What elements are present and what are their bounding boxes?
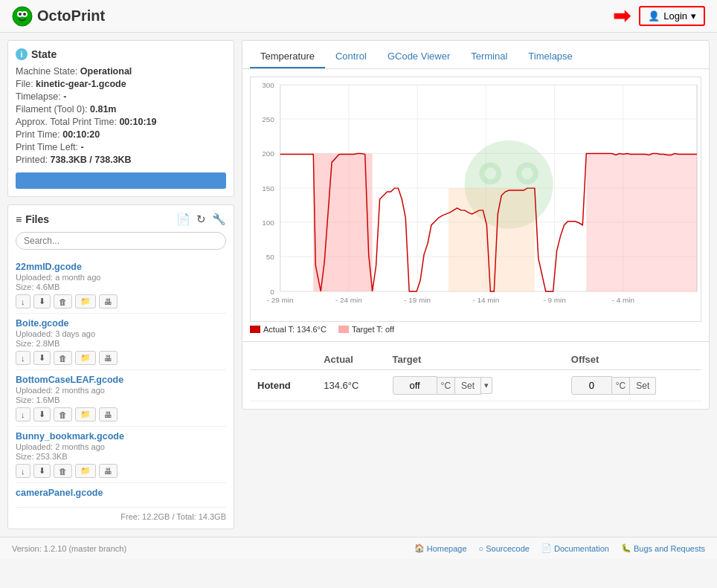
file-actions: ↓ ⬇ 🗑 📁 🖶 <box>16 464 226 478</box>
file-load-button[interactable]: ↓ <box>16 351 30 365</box>
svg-marker-39 <box>448 188 535 291</box>
svg-text:- 19 min: - 19 min <box>404 296 431 304</box>
col-header-name <box>250 349 316 370</box>
settings-files-button[interactable]: 🔧 <box>212 213 226 226</box>
file-folder-button[interactable]: 📁 <box>75 351 96 365</box>
col-header-target: Target <box>385 349 544 370</box>
svg-point-3 <box>19 13 22 16</box>
printed-label: Printed: <box>16 155 51 165</box>
file-folder-button[interactable]: 📁 <box>75 407 96 421</box>
temperature-table: Actual Target Offset Hotend 134.6°C °C <box>250 349 701 401</box>
file-delete-button[interactable]: 🗑 <box>54 294 72 308</box>
search-input[interactable] <box>16 232 226 250</box>
svg-text:- 4 min: - 4 min <box>612 296 634 304</box>
tab-terminal[interactable]: Terminal <box>460 45 518 68</box>
svg-marker-40 <box>586 154 697 291</box>
timelapse-row: Timelapse: - <box>16 91 226 102</box>
print-time-left-row: Print Time Left: - <box>16 142 226 152</box>
refresh-files-button[interactable]: ↻ <box>196 213 206 226</box>
file-folder-button[interactable]: 📁 <box>75 294 96 308</box>
list-item: 22mmID.gcode Uploaded: a month ago Size:… <box>16 257 226 314</box>
file-print-button[interactable]: 🖶 <box>99 351 118 365</box>
files-title: ≡ Files <box>16 213 49 225</box>
homepage-label: Homepage <box>427 544 467 553</box>
chart-area: 300 250 200 150 100 50 0 - 29 min - 24 m… <box>242 69 709 341</box>
legend-actual-label: Actual T: 134.6°C <box>263 325 327 334</box>
logo: OctoPrint <box>12 6 105 27</box>
file-uploaded: Uploaded: 3 days ago <box>16 329 226 338</box>
file-name[interactable]: Boite.gcode <box>16 318 226 329</box>
file-download-button[interactable]: ⬇ <box>33 351 51 365</box>
filament-row: Filament (Tool 0): 0.81m <box>16 104 226 114</box>
list-item: Bunny_bookmark.gcode Uploaded: 2 months … <box>16 427 226 483</box>
file-print-button[interactable]: 🖶 <box>99 464 118 478</box>
target-dropdown-button[interactable]: ▾ <box>481 377 492 394</box>
legend-target-label: Target T: off <box>352 325 394 334</box>
legend-target: Target T: off <box>338 325 394 334</box>
documentation-icon: 📄 <box>541 543 552 553</box>
file-name[interactable]: Bunny_bookmark.gcode <box>16 431 226 442</box>
col-header-empty <box>543 349 564 370</box>
file-load-button[interactable]: ↓ <box>16 294 30 308</box>
chart-legend: Actual T: 134.6°C Target T: off <box>250 325 701 334</box>
print-time-row: Print Time: 00:10:20 <box>16 129 226 140</box>
file-actions: ↓ ⬇ 🗑 📁 🖶 <box>16 351 226 365</box>
login-button[interactable]: 👤 Login ▾ <box>639 6 705 26</box>
documentation-link[interactable]: 📄 Documentation <box>541 543 609 553</box>
state-title: i State <box>16 48 226 60</box>
bugs-link[interactable]: 🐛 Bugs and Requests <box>621 543 705 553</box>
filament-label: Filament (Tool 0): <box>16 104 90 114</box>
footer-links: 🏠 Homepage ○ Sourcecode 📄 Documentation … <box>414 543 705 553</box>
sourcecode-link[interactable]: ○ Sourcecode <box>479 543 530 553</box>
bugs-icon: 🐛 <box>621 543 631 553</box>
col-header-actual: Actual <box>316 349 385 370</box>
file-folder-button[interactable]: 📁 <box>75 464 96 478</box>
file-print-button[interactable]: 🖶 <box>99 294 118 308</box>
file-load-button[interactable]: ↓ <box>16 464 30 478</box>
file-download-button[interactable]: ⬇ <box>33 407 51 421</box>
new-file-button[interactable]: 📄 <box>176 213 190 226</box>
chart-svg: 300 250 200 150 100 50 0 - 29 min - 24 m… <box>251 77 701 321</box>
svg-text:100: 100 <box>262 219 274 227</box>
arrow-icon: ➡ <box>613 4 630 28</box>
tab-control[interactable]: Control <box>325 45 377 68</box>
file-actions: ↓ ⬇ 🗑 📁 🖶 <box>16 407 226 421</box>
header-right: ➡ 👤 Login ▾ <box>613 4 705 28</box>
file-delete-button[interactable]: 🗑 <box>54 464 72 478</box>
hotend-label: Hotend <box>250 370 316 401</box>
file-name[interactable]: cameraPanel.gcode <box>16 488 226 498</box>
filament-value: 0.81m <box>90 104 116 114</box>
file-name[interactable]: 22mmID.gcode <box>16 262 226 272</box>
approx-time-row: Approx. Total Print Time: 00:10:19 <box>16 117 226 127</box>
offset-set-button[interactable]: Set <box>630 377 656 395</box>
table-header-row: Actual Target Offset <box>250 349 701 370</box>
file-print-button[interactable]: 🖶 <box>99 407 118 421</box>
file-download-button[interactable]: ⬇ <box>33 464 51 478</box>
user-icon: 👤 <box>648 10 660 22</box>
files-label: Files <box>25 213 49 225</box>
file-uploaded: Uploaded: a month ago <box>16 273 226 282</box>
timelapse-label: Timelapse: <box>16 91 63 102</box>
file-load-button[interactable]: ↓ <box>16 407 30 421</box>
target-value-input[interactable] <box>393 376 437 395</box>
machine-state-label: Machine State: <box>16 66 80 77</box>
target-set-button[interactable]: Set <box>455 377 481 395</box>
machine-state-row: Machine State: Operational <box>16 66 226 77</box>
file-delete-button[interactable]: 🗑 <box>54 351 72 365</box>
tab-temperature[interactable]: Temperature <box>250 45 325 68</box>
hotend-actual: 134.6°C <box>316 370 385 401</box>
timelapse-value: - <box>63 91 66 102</box>
offset-value-input[interactable] <box>571 376 612 395</box>
svg-text:- 24 min: - 24 min <box>335 296 362 304</box>
file-delete-button[interactable]: 🗑 <box>54 407 72 421</box>
tab-gcode-viewer[interactable]: GCode Viewer <box>377 45 460 68</box>
tab-timelapse[interactable]: Timelapse <box>518 45 582 68</box>
file-name[interactable]: BottomCaseLEAF.gcode <box>16 375 226 385</box>
homepage-link[interactable]: 🏠 Homepage <box>414 543 467 553</box>
file-value: kinetic-gear-1.gcode <box>36 79 126 89</box>
file-download-button[interactable]: ⬇ <box>33 294 51 308</box>
header: OctoPrint ➡ 👤 Login ▾ <box>0 0 717 33</box>
sourcecode-label: Sourcecode <box>486 544 530 553</box>
offset-unit: °C <box>612 377 630 395</box>
hotend-offset-group: °C Set <box>564 370 701 401</box>
